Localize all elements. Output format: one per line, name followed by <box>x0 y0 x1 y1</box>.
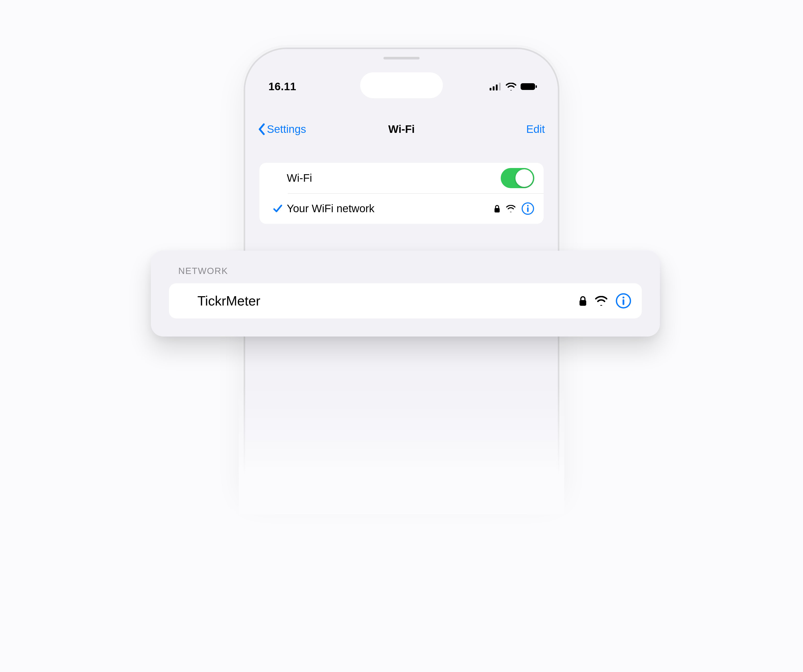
svg-rect-5 <box>536 85 537 88</box>
status-time: 16.11 <box>268 80 296 93</box>
available-network-name: TickrMeter <box>197 293 579 309</box>
checkmark-icon <box>273 203 283 214</box>
connected-network-row[interactable]: Your WiFi network <box>259 193 544 224</box>
network-popover-card: NETWORK TickrMeter <box>151 251 660 337</box>
wifi-signal-icon <box>506 205 516 212</box>
connected-network-name: Your WiFi network <box>287 202 494 215</box>
wifi-toggle-switch[interactable] <box>501 168 534 188</box>
svg-point-8 <box>527 205 528 207</box>
cellular-signal-icon <box>489 83 501 91</box>
battery-icon <box>520 83 537 91</box>
svg-rect-10 <box>580 300 586 306</box>
status-indicators <box>489 83 537 91</box>
svg-rect-4 <box>520 83 535 90</box>
svg-rect-9 <box>527 207 528 212</box>
info-button[interactable] <box>522 202 534 215</box>
lock-icon <box>579 295 587 306</box>
back-label: Settings <box>267 123 306 135</box>
svg-rect-6 <box>494 208 500 212</box>
svg-rect-2 <box>496 85 497 91</box>
svg-point-12 <box>623 296 624 298</box>
info-button[interactable] <box>615 293 631 309</box>
svg-rect-13 <box>623 299 624 305</box>
svg-rect-1 <box>493 86 494 91</box>
page-title: Wi-Fi <box>388 123 415 135</box>
svg-rect-3 <box>499 83 501 91</box>
status-bar: 16.11 <box>245 49 558 98</box>
navigation-bar: Settings Wi-Fi Edit <box>245 116 558 142</box>
toggle-knob <box>515 169 533 187</box>
available-network-row[interactable]: TickrMeter <box>169 283 642 319</box>
lock-icon <box>494 205 500 213</box>
wifi-signal-icon <box>595 296 608 306</box>
chevron-left-icon <box>258 123 266 135</box>
back-button[interactable]: Settings <box>258 123 306 135</box>
network-section-header: NETWORK <box>178 266 642 276</box>
wifi-icon <box>506 83 517 91</box>
svg-rect-0 <box>489 88 491 91</box>
edit-button[interactable]: Edit <box>526 123 545 135</box>
wifi-settings-card: Wi-Fi <box>259 163 544 224</box>
wifi-toggle-label: Wi-Fi <box>287 172 501 184</box>
wifi-toggle-row: Wi-Fi <box>259 163 544 193</box>
row-divider <box>288 193 544 194</box>
